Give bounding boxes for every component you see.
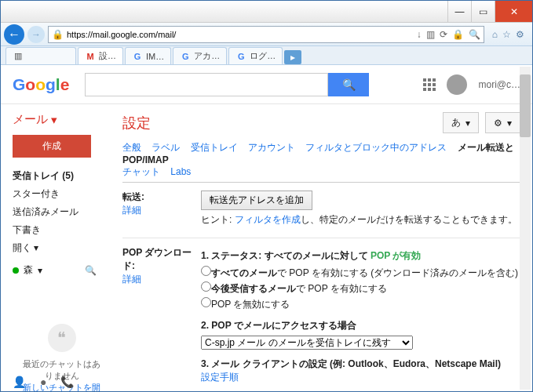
gmail-search-input[interactable] — [85, 73, 328, 96]
newtab-handle[interactable]: ▸ — [284, 50, 301, 64]
minimize-button[interactable]: — — [447, 1, 471, 22]
pop-radio-all[interactable]: すべてのメールで POP を有効にする (ダウンロード済みのメールを含む) — [201, 266, 520, 280]
search-icon[interactable]: 🔍 — [469, 29, 480, 40]
nav-sent[interactable]: 送信済みメール — [13, 203, 111, 221]
chat-username: 森 — [24, 263, 33, 277]
add-forward-address-button[interactable]: 転送先アドレスを追加 — [201, 191, 312, 210]
close-button[interactable]: ✕ — [495, 1, 532, 22]
compat-icon[interactable]: ▥ — [426, 29, 435, 40]
apps-icon[interactable] — [423, 78, 436, 91]
pop-radio-off[interactable]: POP を無効にする — [201, 297, 520, 311]
phone-icon[interactable]: 📞 — [60, 376, 74, 388]
google-header: Google 🔍 mori@c… — [1, 65, 532, 104]
browser-tab[interactable]: Gアカ… — [173, 47, 227, 64]
pop-config-link[interactable]: 設定手順 — [201, 372, 239, 383]
favorites-icon[interactable]: ☆ — [502, 29, 511, 40]
nav-drafts[interactable]: 下書き — [13, 221, 111, 239]
chevron-down-icon: ▾ — [38, 265, 42, 276]
create-filter-link[interactable]: フィルタを作成 — [235, 214, 301, 225]
hint-text2: し、特定のメールだけを転送することもできます。 — [301, 214, 517, 225]
input-mode-button[interactable]: あ▾ — [443, 112, 479, 133]
hangouts-tab-icon[interactable]: ● — [40, 376, 46, 388]
tab-filters[interactable]: フィルタとブロック中のアドレス — [305, 142, 447, 153]
settings-pane: 設定 あ▾ ⚙▾ 全般 ラベル 受信トレイ アカウント フィルタとブロック中のア… — [111, 104, 532, 391]
tab-labels[interactable]: ラベル — [152, 142, 180, 153]
gmail-search-button[interactable]: 🔍 — [328, 73, 369, 96]
nav-more[interactable]: 開く ▾ — [13, 239, 111, 257]
first-tab[interactable]: ▥ — [5, 47, 76, 64]
chevron-down-icon: ▾ — [507, 118, 512, 129]
tab-general[interactable]: 全般 — [122, 142, 141, 153]
chevron-down-icon: ▾ — [465, 118, 470, 129]
presence-dot-icon — [13, 267, 19, 274]
browser-tabbar: ▥ M設… GIM… Gアカ… Gログ… ▸ — [1, 46, 532, 65]
left-sidebar: メール▾ 作成 受信トレイ (5) スター付き 送信済みメール 下書き 開く ▾… — [1, 104, 111, 391]
pop-access-select[interactable]: C-sp.jp メール のメールを受信トレイに残す — [201, 336, 413, 350]
nav-inbox[interactable]: 受信トレイ (5) — [13, 167, 111, 185]
refresh-icon[interactable]: ⟳ — [440, 29, 447, 40]
settings-tabs: 全般 ラベル 受信トレイ アカウント フィルタとブロック中のアドレス メール転送… — [122, 141, 520, 179]
tab-labs[interactable]: Labs — [170, 166, 191, 177]
pop-label: POP ダウンロード: — [122, 247, 192, 271]
stop-icon[interactable]: ↓ — [417, 29, 422, 40]
browser-toolbar: ← → 🔒 ↓ ▥ ⟳ 🔒 🔍 ⌂ ☆ ⚙ — [1, 23, 532, 46]
scrollbar-thumb[interactable] — [520, 74, 531, 137]
pop-access-label: 2. POP でメールにアクセスする場合 — [201, 320, 356, 331]
pop-more-link[interactable]: 詳細 — [122, 274, 141, 285]
pop-status-value: POP が有効 — [371, 250, 421, 261]
lock-icon: 🔒 — [52, 29, 64, 40]
url-icons: ↓ ▥ ⟳ 🔒 🔍 — [417, 29, 480, 40]
account-avatar[interactable] — [447, 74, 467, 95]
chevron-down-icon: ▾ — [34, 242, 38, 253]
pop-status-pre: 1. ステータス: すべてのメールに対して — [201, 250, 371, 261]
home-icon[interactable]: ⌂ — [492, 29, 498, 40]
url-input[interactable] — [67, 30, 414, 39]
contacts-icon[interactable]: 👤 — [13, 376, 26, 388]
hangouts-icon[interactable]: ❝ — [48, 324, 76, 352]
back-button[interactable]: ← — [4, 24, 24, 45]
tools-icon[interactable]: ⚙ — [516, 29, 524, 40]
google-logo[interactable]: Google — [13, 75, 69, 94]
address-bar[interactable]: 🔒 ↓ ▥ ⟳ 🔒 🔍 — [48, 26, 484, 43]
window-titlebar: — ▭ ✕ — [1, 1, 532, 23]
settings-gear-button[interactable]: ⚙▾ — [485, 112, 520, 133]
pop-radio-new[interactable]: 今後受信するメールで POP を有効にする — [201, 281, 520, 296]
tab-inbox[interactable]: 受信トレイ — [191, 142, 238, 153]
gear-icon: ⚙ — [494, 118, 502, 129]
browser-tab[interactable]: GIM… — [125, 47, 171, 64]
forward-label: 転送: — [122, 191, 144, 202]
nav-starred[interactable]: スター付き — [13, 185, 111, 203]
forward-button[interactable]: → — [27, 26, 45, 43]
chat-user-row[interactable]: 森 ▾ 🔍 — [13, 263, 111, 277]
chevron-down-icon: ▾ — [51, 113, 57, 127]
browser-tab[interactable]: M設… — [78, 47, 123, 64]
scrollbar[interactable] — [520, 67, 531, 390]
tab-chat[interactable]: チャット — [122, 166, 160, 177]
lock2-icon[interactable]: 🔒 — [452, 29, 464, 40]
forward-more-link[interactable]: 詳細 — [122, 205, 141, 216]
tab-accounts[interactable]: アカウント — [248, 142, 295, 153]
account-name: mori@c… — [478, 79, 520, 90]
pop-client-label: 3. メール クライアントの設定 (例: Outlook、Eudora、Nets… — [201, 358, 501, 369]
search-icon[interactable]: 🔍 — [85, 265, 97, 276]
page-title: 設定 — [122, 114, 151, 132]
mail-dropdown[interactable]: メール▾ — [13, 112, 111, 127]
compose-button[interactable]: 作成 — [13, 135, 91, 158]
maximize-button[interactable]: ▭ — [471, 1, 495, 22]
browser-tab[interactable]: Gログ… — [228, 47, 283, 64]
hint-text: ヒント: — [201, 214, 235, 225]
